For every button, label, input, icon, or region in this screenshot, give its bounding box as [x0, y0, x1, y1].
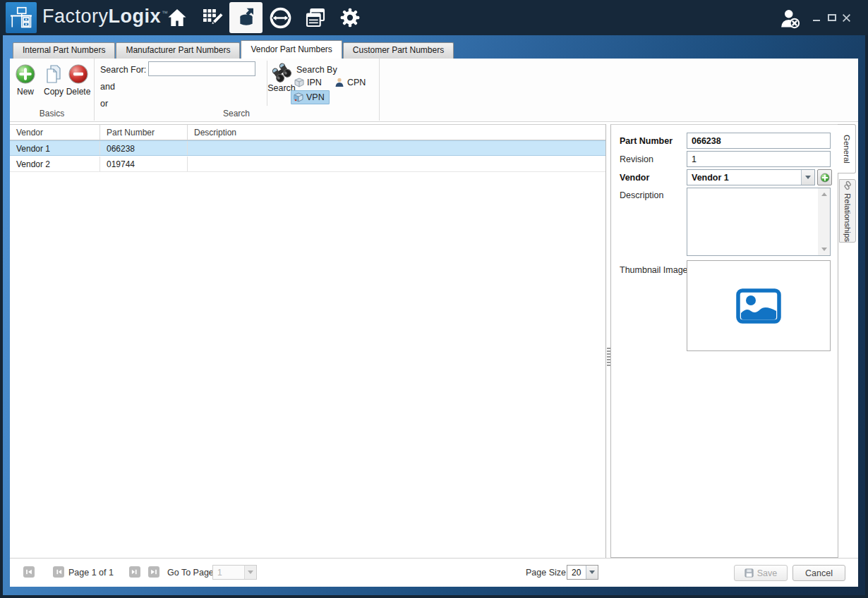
delete-minus-icon — [68, 63, 89, 85]
scroll-up-button[interactable] — [818, 188, 830, 200]
save-floppy-icon — [745, 568, 754, 578]
close-button[interactable] — [840, 0, 852, 35]
part-number-field[interactable] — [687, 133, 831, 149]
search-by-vpn-option-selected[interactable]: VPN — [291, 90, 330, 104]
vendor-dropdown-button[interactable] — [801, 170, 814, 185]
or-label: or — [100, 99, 108, 109]
vendor-dropdown-value: Vendor 1 — [687, 173, 801, 183]
binoculars-search-icon — [271, 62, 292, 83]
add-plus-icon — [820, 173, 830, 183]
revision-field[interactable] — [687, 151, 831, 167]
search-group-label: Search — [94, 109, 379, 118]
add-vendor-button[interactable] — [817, 169, 832, 185]
cell-description — [188, 141, 605, 155]
search-by-ipn-option[interactable]: IPN — [291, 75, 327, 90]
title-bar: FactoryLogix™ — [0, 0, 868, 35]
page-size-value: 20 — [567, 568, 586, 578]
side-tab-relationships[interactable]: Relationships — [839, 179, 856, 243]
go-to-page-dropdown[interactable]: 1 — [212, 565, 257, 580]
search-by-label: Search By — [296, 65, 337, 75]
next-page-icon — [131, 568, 139, 576]
column-header-part-number[interactable]: Part Number — [100, 125, 188, 140]
chevron-down-icon — [589, 570, 595, 574]
tab-internal-part-numbers[interactable]: Internal Part Numbers — [13, 42, 115, 59]
copy-label: Copy — [44, 87, 64, 97]
nav-transfer[interactable] — [263, 0, 298, 35]
new-button[interactable]: New — [11, 62, 40, 104]
cell-part-number: 019744 — [100, 157, 188, 171]
and-label: and — [100, 82, 115, 92]
table-row-selected[interactable]: Vendor 1 066238 — [10, 140, 605, 156]
document-tabstrip: Internal Part Numbers Manufacturer Part … — [10, 35, 858, 59]
first-page-button[interactable] — [23, 566, 35, 578]
materials-database-icon — [235, 6, 258, 29]
close-icon — [842, 13, 851, 23]
cancel-button[interactable]: Cancel — [792, 565, 845, 581]
nav-materials-active[interactable] — [229, 0, 263, 35]
chevron-down-icon — [248, 570, 253, 574]
main-nav — [159, 0, 367, 35]
app-title: FactoryLogix™ — [42, 6, 169, 28]
maximize-icon — [828, 14, 836, 21]
vpn-label: VPN — [306, 92, 325, 102]
copy-button[interactable]: Copy — [40, 62, 68, 104]
first-page-icon — [25, 568, 33, 576]
column-header-description[interactable]: Description — [188, 125, 605, 140]
cell-vendor: Vendor 1 — [10, 141, 100, 155]
vendor-dropdown[interactable]: Vendor 1 — [687, 169, 815, 185]
basics-group-label: Basics — [10, 109, 94, 118]
nav-reports[interactable] — [298, 0, 332, 35]
side-tab-general[interactable]: General — [838, 124, 856, 173]
description-textarea[interactable] — [687, 188, 818, 255]
main-area: Vendor Part Number Description Vendor 1 … — [10, 122, 858, 558]
customer-person-icon — [334, 78, 344, 87]
cell-description — [188, 157, 605, 171]
cell-vendor: Vendor 2 — [10, 157, 100, 171]
table-row[interactable]: Vendor 2 019744 — [10, 157, 605, 172]
user-logout-button[interactable] — [778, 8, 803, 30]
search-input[interactable] — [148, 61, 255, 76]
part-number-label: Part Number — [620, 136, 673, 146]
new-plus-icon — [15, 63, 36, 85]
nav-production[interactable] — [194, 0, 229, 35]
description-scrollbar[interactable] — [818, 188, 830, 255]
save-button[interactable]: Save — [734, 565, 788, 581]
column-header-vendor[interactable]: Vendor — [10, 125, 100, 140]
vendor-part-box-icon — [294, 92, 303, 102]
last-page-button[interactable] — [148, 566, 159, 578]
go-to-page-label: Go To Page — [167, 568, 214, 578]
go-to-page-dropdown-button[interactable] — [244, 566, 256, 579]
chevron-down-icon — [805, 176, 811, 179]
image-placeholder-icon — [736, 288, 781, 324]
brand-bold: Logix — [109, 6, 162, 27]
page-indicator: Page 1 of 1 — [68, 568, 114, 578]
tab-manufacturer-part-numbers[interactable]: Manufacturer Part Numbers — [116, 42, 240, 59]
tab-vendor-part-numbers[interactable]: Vendor Part Numbers — [241, 40, 342, 59]
search-by-cpn-option[interactable]: CPN — [332, 75, 370, 90]
page-size-dropdown-button[interactable] — [586, 566, 598, 579]
tab-customer-part-numbers[interactable]: Customer Part Numbers — [343, 42, 454, 59]
thumbnail-image-box[interactable] — [687, 260, 831, 351]
description-label: Description — [620, 190, 664, 200]
relationships-tab-label: Relationships — [843, 193, 852, 242]
maximize-button[interactable] — [826, 0, 838, 35]
chevron-up-icon — [821, 193, 827, 196]
ribbon-toolbar: New Copy Delete Basics Search For: and o… — [10, 59, 858, 122]
delete-button[interactable]: Delete — [64, 62, 92, 104]
next-page-button[interactable] — [129, 566, 140, 578]
nav-home[interactable] — [159, 0, 194, 35]
production-editor-icon — [200, 6, 223, 29]
chevron-down-icon — [821, 248, 827, 251]
description-textarea-wrap — [687, 188, 831, 256]
page-size-dropdown[interactable]: 20 — [567, 565, 598, 580]
previous-page-button[interactable] — [53, 566, 64, 578]
minimize-button[interactable] — [810, 0, 823, 35]
app-logo — [6, 2, 37, 33]
page-size-label: Page Size — [526, 568, 566, 578]
thumbnail-label: Thumbnail Image — [620, 265, 688, 275]
detail-panel: Part Number Revision Vendor Vendor 1 Des… — [610, 124, 838, 558]
nav-settings[interactable] — [332, 0, 367, 35]
cell-part-number: 066238 — [100, 141, 188, 155]
delete-label: Delete — [66, 87, 91, 97]
scroll-down-button[interactable] — [818, 243, 830, 255]
